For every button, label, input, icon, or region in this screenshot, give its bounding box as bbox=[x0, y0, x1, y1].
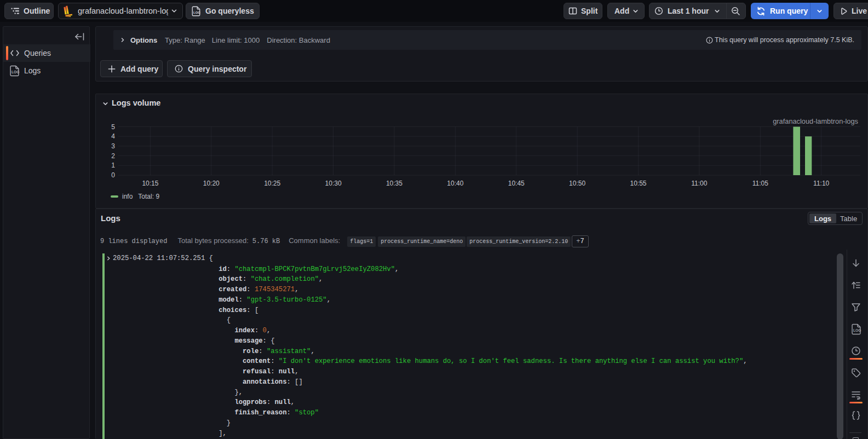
svg-text:4: 4 bbox=[111, 132, 115, 140]
svg-text:11:10: 11:10 bbox=[813, 180, 829, 187]
svg-text:10:25: 10:25 bbox=[264, 180, 280, 187]
svg-text:10:20: 10:20 bbox=[203, 180, 220, 187]
svg-text:11:05: 11:05 bbox=[752, 180, 768, 187]
svg-text:10:35: 10:35 bbox=[386, 180, 403, 187]
svg-text:10:45: 10:45 bbox=[508, 180, 525, 187]
svg-text:10:15: 10:15 bbox=[142, 180, 158, 187]
svg-text:11:00: 11:00 bbox=[691, 180, 707, 187]
svg-text:10:55: 10:55 bbox=[630, 180, 647, 187]
svg-text:LOG: LOG bbox=[853, 328, 861, 332]
svg-text:1: 1 bbox=[111, 161, 115, 169]
svg-text:10:50: 10:50 bbox=[569, 180, 585, 187]
svg-text:10:30: 10:30 bbox=[325, 180, 342, 187]
svg-text:5: 5 bbox=[111, 123, 115, 131]
svg-text:10:40: 10:40 bbox=[447, 180, 463, 187]
svg-text:3: 3 bbox=[111, 142, 115, 150]
svg-text:LOG: LOG bbox=[12, 70, 19, 74]
svg-text:0: 0 bbox=[111, 171, 115, 179]
svg-text:2: 2 bbox=[111, 152, 115, 160]
svg-text:LOG: LOG bbox=[193, 10, 200, 14]
